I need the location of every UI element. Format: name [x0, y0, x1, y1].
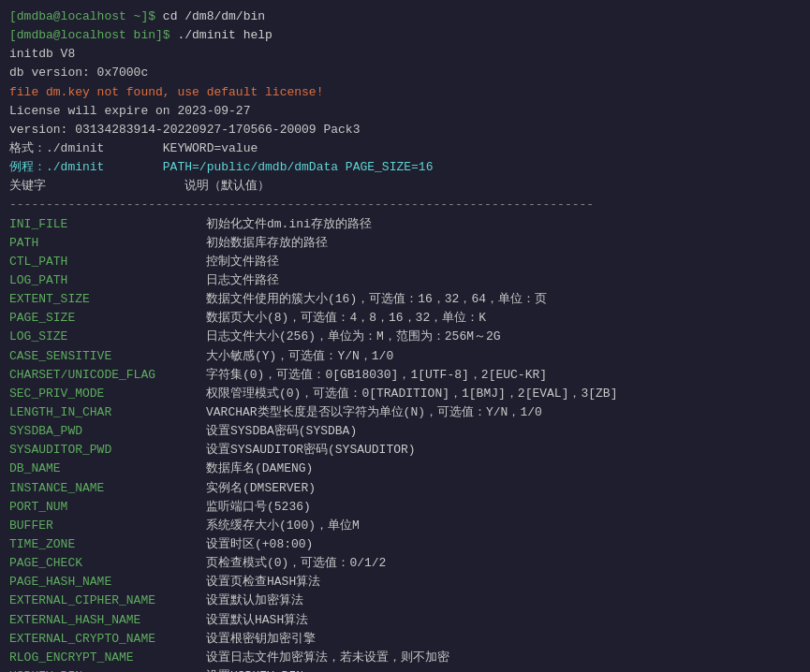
terminal-line: TIME_ZONE设置时区(+08:00): [9, 535, 801, 554]
terminal-line: EXTERNAL_HASH_NAME设置默认HASH算法: [9, 611, 801, 630]
terminal-line: file dm.key not found, use default licen…: [9, 83, 801, 102]
terminal-line: SEC_PRIV_MODE权限管理模式(0)，可选值：0[TRADITION]，…: [9, 385, 801, 403]
terminal-line: db version: 0x7000c: [9, 64, 801, 82]
terminal-line: 例程：./dminit PATH=/public/dmdb/dmData PAG…: [9, 158, 801, 177]
terminal-line: SYSDBA_PWD设置SYSDBA密码(SYSDBA): [9, 422, 801, 441]
terminal-line: CTL_PATH控制文件路径: [9, 253, 801, 271]
terminal-line: INSTANCE_NAME实例名(DMSERVER): [9, 479, 801, 498]
terminal-line: initdb V8: [9, 45, 801, 64]
terminal-line: License will expire on 2023-09-27: [9, 102, 801, 121]
terminal-line: 关键字 说明（默认值）: [9, 177, 801, 196]
terminal-line: version: 03134283914-20220927-170566-200…: [9, 121, 801, 139]
terminal-line: 格式：./dminit KEYWORD=value: [9, 139, 801, 158]
terminal-line: PORT_NUM监听端口号(5236): [9, 498, 801, 517]
terminal-line: EXTERNAL_CRYPTO_NAME设置根密钥加密引擎: [9, 630, 801, 649]
terminal-line: DB_NAME数据库名(DAMENG): [9, 460, 801, 478]
terminal-line: PAGE_CHECK页检查模式(0)，可选值：0/1/2: [9, 554, 801, 573]
terminal-line: LOG_SIZE日志文件大小(256)，单位为：M，范围为：256M～2G: [9, 328, 801, 346]
terminal-line: EXTERNAL_CIPHER_NAME设置默认加密算法: [9, 592, 801, 610]
terminal-line: SYSAUDITOR_PWD设置SYSAUDITOR密码(SYSAUDITOR): [9, 441, 801, 460]
terminal-line: PAGE_SIZE数据页大小(8)，可选值：4，8，16，32，单位：K: [9, 309, 801, 328]
terminal-line: EXTENT_SIZE数据文件使用的簇大小(16)，可选值：16，32，64，单…: [9, 290, 801, 309]
terminal-line: USBKEY_PIN设置USBKEY PIN: [9, 667, 801, 672]
terminal-line: PAGE_HASH_NAME设置页检查HASH算法: [9, 573, 801, 592]
terminal-line: CHARSET/UNICODE_FLAG字符集(0)，可选值：0[GB18030…: [9, 366, 801, 385]
terminal-line: [dmdba@localhost bin]$ ./dminit help: [9, 26, 801, 45]
terminal-line: INI_FILE初始化文件dm.ini存放的路径: [9, 215, 801, 234]
terminal-line: RLOG_ENCRYPT_NAME设置日志文件加密算法，若未设置，则不加密: [9, 649, 801, 667]
terminal-line: PATH初始数据库存放的路径: [9, 234, 801, 253]
terminal-line: BUFFER系统缓存大小(100)，单位M: [9, 517, 801, 535]
terminal-window: [dmdba@localhost ~]$ cd /dm8/dm/bin[dmdb…: [0, 0, 810, 672]
terminal-line: [dmdba@localhost ~]$ cd /dm8/dm/bin: [9, 7, 801, 26]
terminal-line: ----------------------------------------…: [9, 196, 801, 214]
terminal-line: LOG_PATH日志文件路径: [9, 271, 801, 290]
terminal-content: [dmdba@localhost ~]$ cd /dm8/dm/bin[dmdb…: [9, 7, 801, 672]
terminal-line: LENGTH_IN_CHARVARCHAR类型长度是否以字符为单位(N)，可选值…: [9, 403, 801, 422]
terminal-line: CASE_SENSITIVE大小敏感(Y)，可选值：Y/N，1/0: [9, 347, 801, 366]
